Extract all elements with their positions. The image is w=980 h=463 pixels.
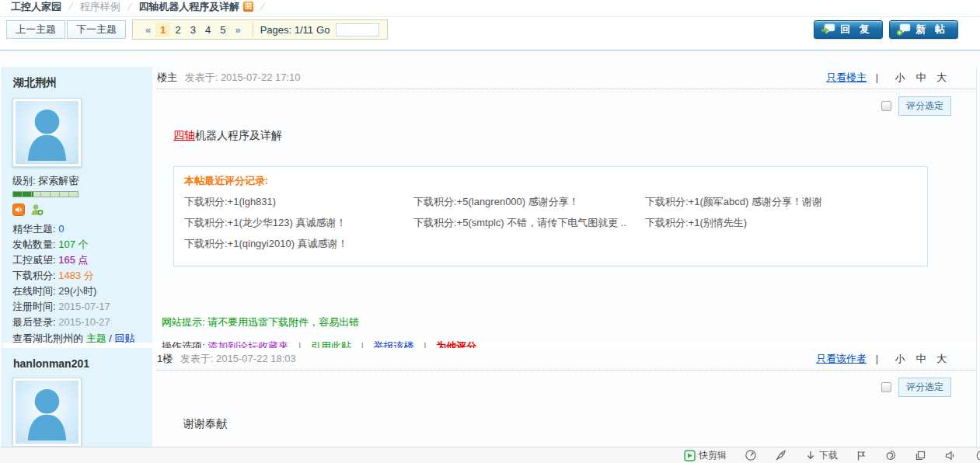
speed-test-button[interactable] bbox=[745, 449, 757, 461]
stat-value: 2015-10-27 bbox=[58, 316, 110, 328]
window-restore-button[interactable] bbox=[915, 450, 926, 461]
post-2: hanlonman201 级别: 略有小成 1楼 发表于: bbox=[2, 348, 976, 453]
posted-label: 发表于: bbox=[180, 353, 214, 364]
breadcrumb-forum-home[interactable]: 工控人家园 bbox=[11, 0, 61, 14]
view-separator: / bbox=[109, 332, 112, 344]
stat-value: 0 bbox=[58, 223, 64, 235]
font-size-large[interactable]: 大 bbox=[936, 353, 947, 364]
post-title-rest: 机器人程序及详解 bbox=[195, 129, 282, 141]
stat-label: 下载积分: bbox=[12, 270, 56, 281]
posted-label: 发表于: bbox=[185, 71, 218, 83]
author-username[interactable]: hanlonman201 bbox=[13, 357, 143, 370]
author-avatar[interactable] bbox=[12, 98, 82, 167]
breadcrumb-separator: / bbox=[260, 1, 266, 12]
stat-label: 精华主题: bbox=[12, 223, 56, 235]
pagination-page-4[interactable]: 4 bbox=[201, 23, 215, 37]
next-topic-button[interactable]: 下一主题 bbox=[67, 20, 126, 39]
game-booster-button[interactable] bbox=[775, 449, 787, 461]
quick-clip-label: 快剪辑 bbox=[699, 449, 727, 462]
new-post-button-label: 新 帖 bbox=[915, 23, 948, 37]
stat-label: 注册时间: bbox=[12, 301, 56, 312]
window-restore-icon bbox=[915, 450, 926, 461]
topic-reply-badge-icon: 回 bbox=[243, 2, 253, 12]
view-prefix: 查看湖北荆州的 bbox=[12, 332, 83, 344]
download-label: 下载 bbox=[819, 449, 838, 462]
reply-button[interactable]: 回 复 bbox=[814, 20, 883, 39]
posted-time: 2015-07-22 18:03 bbox=[216, 353, 296, 364]
breadcrumb-separator: / bbox=[126, 1, 132, 12]
level-value: 探索解密 bbox=[38, 175, 78, 186]
avatar-person-icon bbox=[16, 381, 78, 444]
level-label: 级别: bbox=[12, 175, 36, 186]
pagination-info: Pages: 1/11 bbox=[260, 24, 313, 36]
only-view-author-link[interactable]: 只看楼主 bbox=[826, 71, 867, 83]
posted-time: 2015-07-22 17:10 bbox=[221, 71, 301, 83]
reply-button-label: 回 复 bbox=[840, 23, 873, 37]
rate-select-checkbox[interactable] bbox=[881, 382, 891, 392]
floor-label: 1楼 bbox=[157, 353, 173, 364]
rate-select-button[interactable]: 评分选定 bbox=[898, 378, 951, 397]
pagination-first[interactable]: « bbox=[141, 23, 155, 37]
rating-record bbox=[413, 233, 645, 254]
pagination-page-1[interactable]: 1 bbox=[155, 23, 170, 37]
post-title-highlight: 四轴 bbox=[173, 129, 195, 141]
site-tip-label: 网站提示: bbox=[162, 316, 205, 328]
author-username[interactable]: 湖北荆州 bbox=[13, 76, 143, 90]
avatar-person-icon bbox=[16, 101, 78, 164]
section-divider bbox=[0, 42, 980, 50]
rate-select-checkbox[interactable] bbox=[881, 101, 891, 111]
post-2-content: 1楼 发表于: 2015-07-22 18:03 只看该作者 | 小 中 大 评… bbox=[152, 348, 976, 453]
announce-speaker-icon[interactable] bbox=[12, 204, 25, 216]
pagination-page-3[interactable]: 3 bbox=[186, 23, 201, 37]
rate-select-button[interactable]: 评分选定 bbox=[898, 96, 951, 116]
pagination: « 1 2 3 4 5 » Pages: 1/11 Go bbox=[132, 19, 388, 40]
site-tip-text: 请不要用迅雷下载附件，容易出错 bbox=[208, 316, 359, 328]
post-1: 湖北荆州 级别: 探索解密 bbox=[2, 67, 976, 343]
flag-icon bbox=[856, 450, 867, 461]
pagination-last[interactable]: » bbox=[230, 23, 245, 37]
font-size-large[interactable]: 大 bbox=[936, 71, 947, 83]
rating-record bbox=[645, 233, 917, 254]
stat-value: 107 个 bbox=[58, 238, 88, 250]
add-friend-icon[interactable] bbox=[30, 204, 44, 216]
view-replies-link[interactable]: 回贴 bbox=[115, 332, 135, 344]
author-avatar[interactable] bbox=[12, 378, 82, 447]
thread-posts: 湖北荆州 级别: 探索解密 bbox=[2, 67, 977, 453]
speaker-icon bbox=[944, 450, 957, 461]
new-post-button[interactable]: 新 帖 bbox=[889, 20, 958, 39]
report-site-button[interactable] bbox=[856, 450, 867, 461]
topic-toolbar: 上一主题 下一主题 « 1 2 3 4 5 » Pages: 1/11 Go 回… bbox=[0, 17, 980, 42]
network-proxy-button[interactable] bbox=[884, 449, 897, 461]
sound-mute-button[interactable] bbox=[944, 450, 957, 461]
pagination-page-5[interactable]: 5 bbox=[215, 23, 230, 37]
download-button[interactable]: 下载 bbox=[805, 449, 838, 462]
level-progress-bar bbox=[12, 191, 78, 197]
stat-label: 发帖数量: bbox=[12, 238, 56, 250]
breadcrumb-section[interactable]: 程序样例 bbox=[80, 0, 120, 14]
font-size-small[interactable]: 小 bbox=[895, 71, 905, 83]
stat-label: 工控威望: bbox=[12, 254, 56, 266]
font-size-medium[interactable]: 中 bbox=[915, 71, 926, 83]
rating-record: 下载积分:+1(lgh831) bbox=[184, 191, 413, 212]
rating-records-header: 本帖最近评分记录: bbox=[184, 174, 917, 188]
quick-clip-play-icon bbox=[684, 450, 696, 461]
prev-topic-button[interactable]: 上一主题 bbox=[6, 20, 65, 39]
floor-label: 楼主 bbox=[157, 71, 177, 83]
speedometer-icon bbox=[745, 449, 757, 461]
quick-clip-button[interactable]: 快剪辑 bbox=[684, 449, 727, 462]
rocket-icon bbox=[775, 449, 787, 461]
pagination-page-2[interactable]: 2 bbox=[170, 23, 185, 37]
new-post-bubble-icon bbox=[896, 23, 911, 37]
pagination-go-input[interactable] bbox=[336, 23, 379, 37]
browser-status-bar: 快剪辑 下载 bbox=[0, 447, 980, 463]
rating-record: 下载积分:+1(颜军abcd) 感谢分享！谢谢 bbox=[645, 191, 917, 212]
pagination-go-label: Go bbox=[316, 24, 330, 36]
site-tip: 网站提示: 请不要用迅雷下载附件，容易出错 bbox=[162, 315, 976, 329]
rating-record: 下载积分:+1(龙少华123) 真诚感谢！ bbox=[184, 212, 413, 233]
font-size-small[interactable]: 小 bbox=[895, 353, 905, 364]
rating-record: 下载积分:+1(qingyi2010) 真诚感谢！ bbox=[184, 233, 413, 254]
clipped-edge-button[interactable] bbox=[975, 450, 980, 461]
only-view-author-link[interactable]: 只看该作者 bbox=[816, 353, 867, 364]
view-topics-link[interactable]: 主题 bbox=[86, 332, 106, 344]
font-size-medium[interactable]: 中 bbox=[915, 353, 926, 364]
